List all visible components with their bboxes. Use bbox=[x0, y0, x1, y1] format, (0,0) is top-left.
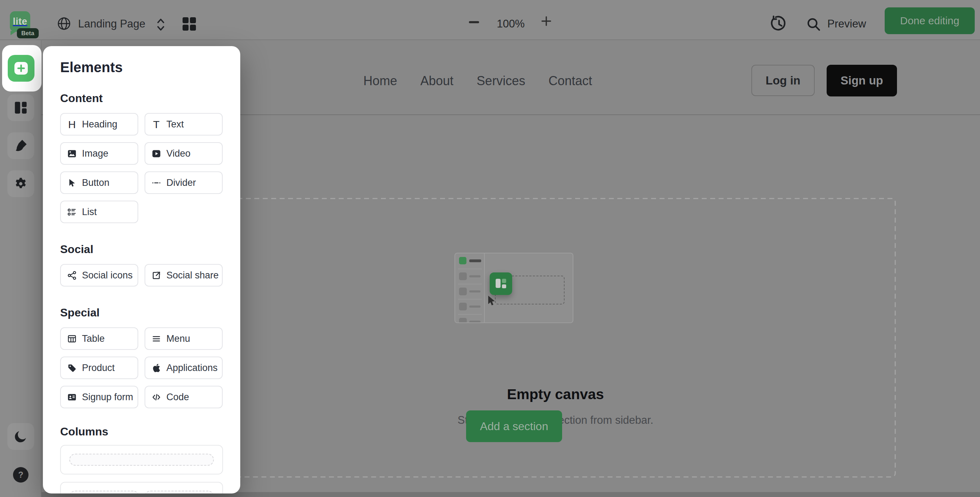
element-video[interactable]: Video bbox=[145, 142, 223, 165]
element-label: Menu bbox=[166, 333, 190, 344]
column-layout-double[interactable] bbox=[60, 482, 223, 494]
hamburger-menu-icon bbox=[152, 334, 161, 344]
element-image[interactable]: Image bbox=[60, 142, 138, 165]
element-table[interactable]: Table bbox=[60, 327, 138, 350]
plus-icon bbox=[14, 62, 28, 75]
illustration-tile-bar bbox=[496, 279, 501, 288]
help-button[interactable]: ? bbox=[7, 462, 34, 488]
id-card-icon bbox=[67, 392, 77, 402]
element-label: List bbox=[82, 207, 97, 218]
page-selector[interactable]: Landing Page bbox=[78, 18, 145, 30]
layouts-grid-icon[interactable] bbox=[182, 17, 196, 31]
section-header-social: Social bbox=[60, 243, 223, 255]
column-placeholder bbox=[145, 491, 214, 494]
element-code[interactable]: Code bbox=[145, 386, 223, 408]
globe-icon bbox=[57, 16, 71, 30]
illustration-divider bbox=[458, 269, 482, 269]
column-placeholder bbox=[69, 491, 139, 494]
illustration-square bbox=[459, 288, 467, 295]
element-heading[interactable]: H Heading bbox=[60, 113, 138, 135]
moon-icon bbox=[14, 429, 28, 443]
element-label: Signup form bbox=[82, 392, 133, 403]
illustration-square bbox=[459, 318, 467, 322]
element-label: Heading bbox=[82, 119, 118, 130]
nav-link-contact[interactable]: Contact bbox=[548, 73, 592, 88]
sidebar-active-highlight bbox=[2, 45, 41, 91]
illustration-sidebar bbox=[455, 253, 485, 322]
element-button[interactable]: Button bbox=[60, 171, 138, 194]
element-social-share[interactable]: Social share bbox=[145, 264, 223, 287]
element-label: Text bbox=[166, 119, 184, 130]
illustration-square bbox=[459, 303, 467, 311]
signup-button[interactable]: Sign up bbox=[827, 65, 897, 96]
login-button[interactable]: Log in bbox=[751, 65, 815, 96]
section-header-special: Special bbox=[60, 306, 223, 319]
add-section-button[interactable]: Add a section bbox=[466, 410, 562, 442]
element-label: Button bbox=[82, 177, 110, 188]
beta-badge: Beta bbox=[17, 28, 39, 38]
preview-button[interactable]: Preview bbox=[827, 18, 866, 30]
zoom-level: 100% bbox=[495, 18, 527, 30]
paint-brush-icon bbox=[14, 139, 28, 153]
section-header-columns: Columns bbox=[60, 425, 223, 438]
content-elements-grid: H Heading T Text Image bbox=[60, 113, 223, 223]
social-elements-grid: Social icons Social share bbox=[60, 264, 223, 287]
sidebar-item-sections[interactable] bbox=[7, 94, 34, 121]
element-label: Social share bbox=[166, 270, 219, 281]
dark-mode-toggle[interactable] bbox=[7, 423, 34, 450]
illustration-divider bbox=[458, 314, 482, 315]
element-social-icons[interactable]: Social icons bbox=[60, 264, 138, 287]
cursor-icon bbox=[67, 178, 77, 188]
element-applications[interactable]: Applications bbox=[145, 357, 223, 379]
nav-link-home[interactable]: Home bbox=[363, 73, 397, 88]
element-label: Product bbox=[82, 363, 115, 373]
illustration-divider bbox=[458, 284, 482, 284]
element-label: Table bbox=[82, 333, 105, 344]
element-label: Applications bbox=[166, 363, 218, 373]
sidebar-item-settings[interactable] bbox=[7, 170, 34, 197]
code-icon bbox=[152, 392, 161, 402]
zoom-in-button[interactable] bbox=[541, 16, 552, 27]
image-icon bbox=[67, 149, 77, 158]
element-product[interactable]: Product bbox=[60, 357, 138, 379]
element-label: Code bbox=[166, 392, 189, 403]
left-sidebar: ? bbox=[0, 40, 41, 497]
share-nodes-icon bbox=[67, 271, 77, 280]
history-icon[interactable] bbox=[770, 16, 787, 32]
element-label: Video bbox=[166, 148, 191, 159]
column-placeholder bbox=[69, 454, 214, 466]
element-text[interactable]: T Text bbox=[145, 113, 223, 135]
topbar: lite Beta Landing Page bbox=[0, 0, 980, 40]
apple-icon bbox=[152, 363, 161, 373]
empty-canvas-illustration bbox=[455, 253, 573, 323]
illustration-line bbox=[469, 321, 480, 322]
illustration-line bbox=[469, 260, 481, 262]
cursor-icon bbox=[487, 295, 496, 307]
column-layout-single[interactable] bbox=[60, 445, 223, 475]
illustration-tile-square bbox=[502, 284, 506, 288]
illustration-square bbox=[459, 272, 467, 280]
nav-link-services[interactable]: Services bbox=[477, 73, 525, 88]
done-editing-button[interactable]: Done editing bbox=[885, 7, 975, 34]
illustration-line bbox=[469, 290, 480, 293]
illustration-divider bbox=[458, 299, 482, 299]
zoom-out-button[interactable] bbox=[469, 21, 479, 23]
divider-icon bbox=[152, 178, 161, 188]
element-signup-form[interactable]: Signup form bbox=[60, 386, 138, 408]
sidebar-item-add-elements[interactable] bbox=[8, 55, 35, 82]
section-header-content: Content bbox=[60, 92, 223, 105]
element-menu[interactable]: Menu bbox=[145, 327, 223, 350]
logo-text: lite bbox=[13, 16, 27, 27]
text-icon: T bbox=[153, 119, 159, 129]
special-elements-grid: Table Menu Product bbox=[60, 327, 223, 408]
search-icon[interactable] bbox=[806, 17, 821, 32]
nav-link-about[interactable]: About bbox=[420, 73, 453, 88]
app-root: Home About Services Contact Log in Sign … bbox=[0, 0, 980, 497]
page-selector-sort-icon[interactable] bbox=[156, 18, 165, 32]
sections-icon bbox=[14, 101, 28, 115]
video-icon bbox=[152, 149, 161, 158]
element-list[interactable]: List bbox=[60, 201, 138, 223]
illustration-active-square bbox=[459, 257, 466, 264]
element-divider[interactable]: Divider bbox=[145, 171, 223, 194]
sidebar-item-styles[interactable] bbox=[7, 132, 34, 159]
